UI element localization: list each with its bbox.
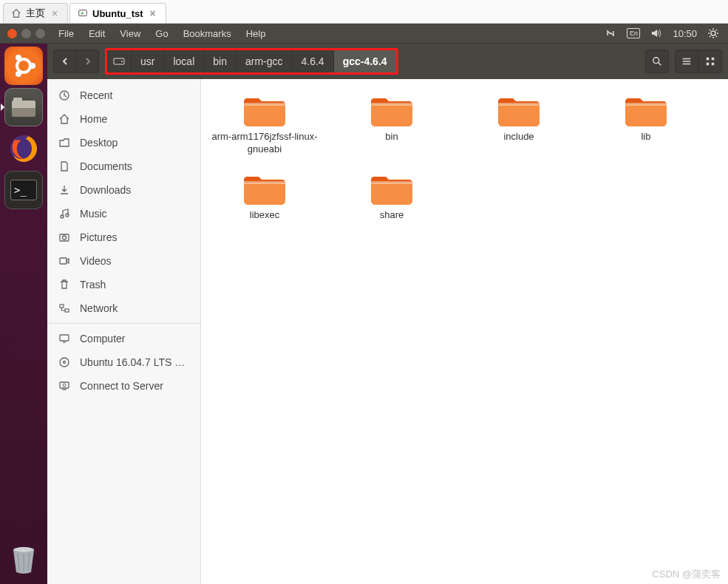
toolbar: usr local bin arm-gcc 4.6.4 gcc-4.6.4 xyxy=(47,44,728,79)
folder-item[interactable]: share xyxy=(328,171,455,222)
breadcrumb-seg[interactable]: local xyxy=(163,50,203,72)
svg-point-3 xyxy=(17,59,30,72)
vm-viewport: File Edit View Go Bookmarks Help En 10:5… xyxy=(0,24,728,584)
list-view-button[interactable] xyxy=(675,50,698,73)
network-indicator-icon[interactable] xyxy=(605,27,616,39)
svg-point-2 xyxy=(711,31,715,35)
svg-rect-8 xyxy=(13,98,22,102)
breadcrumb-seg[interactable]: bin xyxy=(203,50,236,72)
breadcrumb-seg[interactable]: arm-gcc xyxy=(236,50,292,72)
sidebar-item-label: Documents xyxy=(80,160,132,172)
folder-icon xyxy=(625,92,667,126)
computer-icon xyxy=(58,332,71,345)
sidebar-item-videos[interactable]: Videos xyxy=(47,249,200,273)
folder-icon xyxy=(371,92,412,126)
search-button[interactable] xyxy=(645,50,669,73)
close-icon[interactable]: × xyxy=(148,7,158,19)
folder-grid[interactable]: arm-arm1176jzfssf-linux-gnueabibininclud… xyxy=(201,79,728,584)
folder-icon xyxy=(371,171,412,205)
sidebar-item-disc[interactable]: Ubuntu 16.04.7 LTS … xyxy=(47,350,200,374)
home-icon xyxy=(11,8,21,18)
launcher-terminal-icon[interactable]: >_ xyxy=(4,171,43,209)
folder-item[interactable]: bin xyxy=(328,92,455,156)
menubar: File Edit View Go Bookmarks Help En 10:5… xyxy=(0,24,728,44)
svg-point-22 xyxy=(66,214,69,217)
svg-rect-17 xyxy=(711,58,714,61)
host-tab-label: Ubuntu_tst xyxy=(92,8,143,19)
sidebar-item-label: Music xyxy=(80,208,107,220)
svg-rect-16 xyxy=(706,58,709,61)
svg-rect-19 xyxy=(711,63,714,66)
svg-point-6 xyxy=(16,71,21,77)
launcher-firefox-icon[interactable] xyxy=(4,129,43,168)
window-maximize-button[interactable] xyxy=(35,29,45,38)
folder-icon xyxy=(244,171,285,205)
sidebar-item-computer[interactable]: Computer xyxy=(47,327,200,350)
sound-indicator-icon[interactable] xyxy=(650,27,662,39)
disk-icon[interactable] xyxy=(107,50,131,72)
gear-icon[interactable] xyxy=(707,27,719,39)
host-tab-label: 主页 xyxy=(26,7,45,20)
folder-item[interactable]: libexec xyxy=(201,171,328,222)
forward-button[interactable] xyxy=(76,50,98,72)
svg-rect-25 xyxy=(60,258,67,264)
breadcrumb-seg-current[interactable]: gcc-4.6.4 xyxy=(333,50,396,72)
back-button[interactable] xyxy=(54,50,76,72)
sidebar-item-network[interactable]: Network xyxy=(47,296,200,320)
connect-icon xyxy=(58,379,71,393)
sidebar-item-label: Computer xyxy=(80,333,125,344)
menu-bookmarks[interactable]: Bookmarks xyxy=(177,25,237,42)
sidebar-item-downloads[interactable]: Downloads xyxy=(47,178,200,202)
svg-marker-1 xyxy=(81,12,84,15)
folder-item[interactable]: arm-arm1176jzfssf-linux-gnueabi xyxy=(201,92,328,156)
home-icon xyxy=(58,112,71,126)
svg-line-15 xyxy=(659,63,661,66)
sidebar-item-recent[interactable]: Recent xyxy=(47,84,200,107)
network-icon xyxy=(58,302,71,315)
icon-view-button[interactable] xyxy=(698,50,722,73)
window-close-button[interactable] xyxy=(7,29,17,38)
sidebar-separator xyxy=(47,323,200,324)
vm-icon xyxy=(78,8,88,18)
folder-label: share xyxy=(380,209,404,222)
breadcrumb-seg[interactable]: usr xyxy=(131,50,163,72)
sidebar-item-pictures[interactable]: Pictures xyxy=(47,225,200,249)
folder-item[interactable]: lib xyxy=(582,92,710,156)
sidebar-item-desktop[interactable]: Desktop xyxy=(47,131,200,155)
watermark: CSDN @蒲奕客 xyxy=(652,568,721,581)
launcher-files-icon[interactable] xyxy=(4,88,43,126)
sidebar-item-music[interactable]: Music xyxy=(47,202,200,225)
sidebar-item-label: Videos xyxy=(80,255,112,267)
launcher-dash-icon[interactable] xyxy=(4,47,43,85)
breadcrumb-seg[interactable]: 4.6.4 xyxy=(292,50,333,72)
svg-point-29 xyxy=(60,358,69,367)
window-minimize-button[interactable] xyxy=(21,29,31,38)
input-method-indicator[interactable]: En xyxy=(627,28,640,38)
menu-file[interactable]: File xyxy=(52,25,80,42)
svg-point-4 xyxy=(30,63,35,69)
svg-rect-28 xyxy=(60,335,69,341)
host-tab-home[interactable]: 主页 × xyxy=(3,3,68,23)
sidebar-item-label: Connect to Server xyxy=(80,380,163,392)
host-tab-ubuntu[interactable]: Ubuntu_tst × xyxy=(69,3,166,23)
sidebar-item-trash[interactable]: Trash xyxy=(47,273,200,296)
close-icon[interactable]: × xyxy=(50,7,60,19)
breadcrumb: usr local bin arm-gcc 4.6.4 gcc-4.6.4 xyxy=(105,48,398,75)
svg-point-5 xyxy=(16,55,21,61)
svg-rect-31 xyxy=(60,382,69,388)
menu-go[interactable]: Go xyxy=(149,25,174,42)
menu-help[interactable]: Help xyxy=(240,25,272,42)
window-controls xyxy=(0,29,52,38)
videos-icon xyxy=(58,254,71,268)
sidebar-item-label: Pictures xyxy=(80,231,118,243)
menu-edit[interactable]: Edit xyxy=(83,25,111,42)
svg-rect-26 xyxy=(60,305,64,308)
sidebar-item-label: Desktop xyxy=(80,137,118,149)
sidebar-item-home[interactable]: Home xyxy=(47,107,200,131)
sidebar-item-documents[interactable]: Documents xyxy=(47,155,200,178)
menu-view[interactable]: View xyxy=(114,25,146,42)
sidebar-item-connect[interactable]: Connect to Server xyxy=(47,374,200,398)
launcher-trash-icon[interactable] xyxy=(4,540,43,578)
clock[interactable]: 10:50 xyxy=(673,28,697,39)
folder-item[interactable]: include xyxy=(455,92,582,156)
